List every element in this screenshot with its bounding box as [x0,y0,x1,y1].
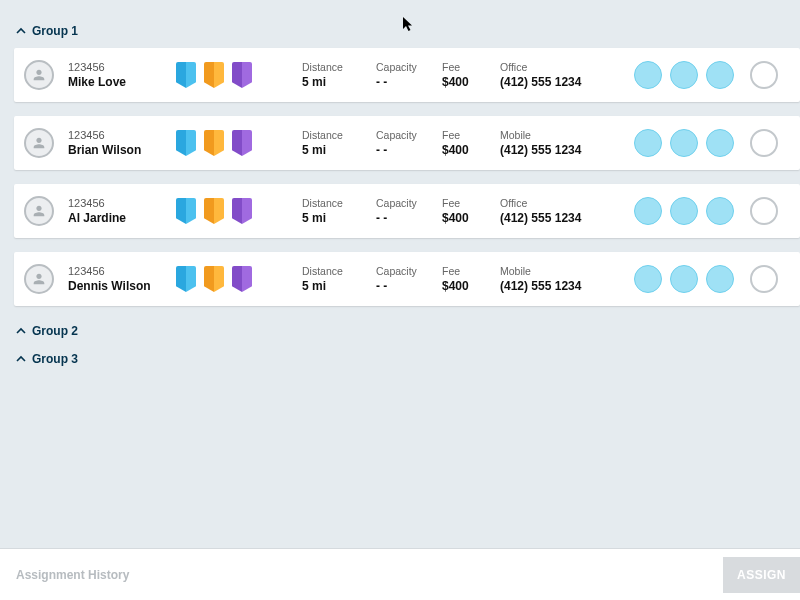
action-buttons [634,61,734,89]
distance-label: Distance [302,129,376,141]
person-name: Al Jardine [68,211,176,225]
identity: 123456 Al Jardine [68,197,176,225]
distance-value: 5 mi [302,143,376,157]
action-dot-2[interactable] [670,61,698,89]
capacity-value: - - [376,279,442,293]
capacity-label: Capacity [376,197,442,209]
badge-blue-icon [176,266,196,292]
action-dot-3[interactable] [706,265,734,293]
action-dot-3[interactable] [706,197,734,225]
fee-col: Fee $400 [442,61,500,89]
assign-button[interactable]: ASSIGN [723,557,800,593]
extra-circle-icon[interactable] [750,61,778,89]
contact-type: Office [500,61,632,73]
fee-col: Fee $400 [442,129,500,157]
capacity-col: Capacity - - [376,61,442,89]
identity: 123456 Mike Love [68,61,176,89]
person-id: 123456 [68,197,176,209]
capacity-label: Capacity [376,129,442,141]
distance-value: 5 mi [302,279,376,293]
fee-value: $400 [442,75,500,89]
contact-type: Mobile [500,265,632,277]
badge-blue-icon [176,198,196,224]
extra-circle-icon[interactable] [750,265,778,293]
distance-value: 5 mi [302,211,376,225]
capacity-col: Capacity - - [376,265,442,293]
distance-col: Distance 5 mi [302,265,376,293]
badges [176,62,302,88]
capacity-col: Capacity - - [376,197,442,225]
distance-label: Distance [302,197,376,209]
person-card[interactable]: 123456 Dennis Wilson Distance 5 mi Capac… [14,252,800,306]
chevron-up-icon [16,354,26,364]
capacity-value: - - [376,75,442,89]
badge-purple-icon [232,62,252,88]
action-dot-2[interactable] [670,129,698,157]
person-card[interactable]: 123456 Mike Love Distance 5 mi Capacity … [14,48,800,102]
action-dot-1[interactable] [634,129,662,157]
badge-blue-icon [176,130,196,156]
assignment-history-link[interactable]: Assignment History [16,568,129,582]
extra-circle-icon[interactable] [750,197,778,225]
distance-value: 5 mi [302,75,376,89]
action-dot-1[interactable] [634,197,662,225]
badge-blue-icon [176,62,196,88]
capacity-label: Capacity [376,61,442,73]
action-buttons [634,129,734,157]
extra-circle-icon[interactable] [750,129,778,157]
capacity-col: Capacity - - [376,129,442,157]
distance-label: Distance [302,61,376,73]
person-card[interactable]: 123456 Al Jardine Distance 5 mi Capacity… [14,184,800,238]
action-buttons [634,265,734,293]
fee-label: Fee [442,265,500,277]
contact-value: (412) 555 1234 [500,211,632,225]
fee-col: Fee $400 [442,197,500,225]
fee-value: $400 [442,211,500,225]
group-header-1[interactable]: Group 1 [16,24,800,38]
fee-label: Fee [442,61,500,73]
action-dot-1[interactable] [634,265,662,293]
avatar-icon [24,264,54,294]
contact-col: Mobile (412) 555 1234 [500,265,632,293]
group-header-3[interactable]: Group 3 [16,352,800,366]
action-dot-3[interactable] [706,129,734,157]
fee-value: $400 [442,279,500,293]
fee-label: Fee [442,129,500,141]
person-id: 123456 [68,61,176,73]
badges [176,130,302,156]
fee-col: Fee $400 [442,265,500,293]
person-name: Brian Wilson [68,143,176,157]
contact-type: Mobile [500,129,632,141]
capacity-value: - - [376,211,442,225]
action-dot-2[interactable] [670,197,698,225]
contact-type: Office [500,197,632,209]
badge-purple-icon [232,130,252,156]
distance-col: Distance 5 mi [302,197,376,225]
person-card[interactable]: 123456 Brian Wilson Distance 5 mi Capaci… [14,116,800,170]
contact-value: (412) 555 1234 [500,75,632,89]
group-label: Group 3 [32,352,78,366]
contact-value: (412) 555 1234 [500,143,632,157]
avatar-icon [24,128,54,158]
contact-value: (412) 555 1234 [500,279,632,293]
badges [176,266,302,292]
capacity-value: - - [376,143,442,157]
distance-label: Distance [302,265,376,277]
action-dot-2[interactable] [670,265,698,293]
contact-col: Office (412) 555 1234 [500,197,632,225]
badges [176,198,302,224]
capacity-label: Capacity [376,265,442,277]
group-header-2[interactable]: Group 2 [16,324,800,338]
person-name: Mike Love [68,75,176,89]
group-label: Group 2 [32,324,78,338]
badge-purple-icon [232,198,252,224]
person-name: Dennis Wilson [68,279,176,293]
badge-orange-icon [204,198,224,224]
distance-col: Distance 5 mi [302,61,376,89]
action-dot-1[interactable] [634,61,662,89]
footer-bar: Assignment History ASSIGN [0,548,800,600]
contact-col: Mobile (412) 555 1234 [500,129,632,157]
action-dot-3[interactable] [706,61,734,89]
action-buttons [634,197,734,225]
badge-purple-icon [232,266,252,292]
